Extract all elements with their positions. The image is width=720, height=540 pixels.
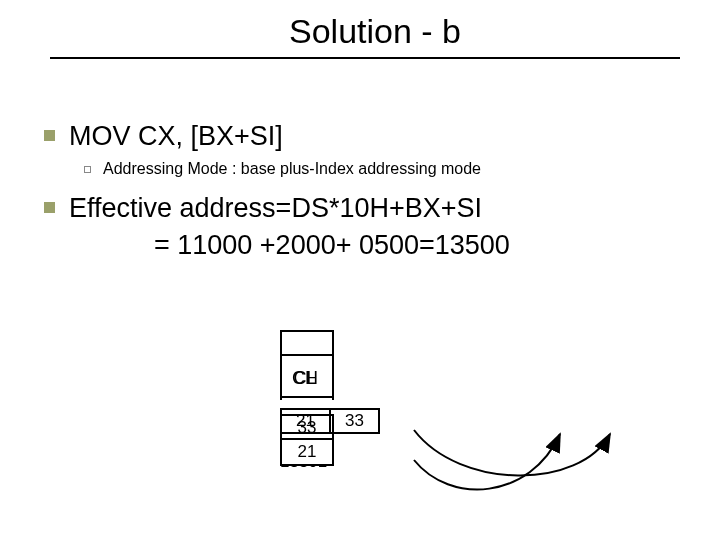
mem-cell xyxy=(282,330,332,356)
slide-body: MOV CX, [BX+SI] Addressing Mode : base p… xyxy=(44,120,690,261)
bullet-icon xyxy=(44,202,55,213)
cx-register: 21 33 xyxy=(280,408,380,434)
memory-upper-block xyxy=(280,330,334,400)
bullet-row-2: Effective address=DS*10H+BX+SI xyxy=(44,192,690,226)
sub-bullet-icon xyxy=(84,166,91,173)
slide-title-block: Solution - b xyxy=(50,12,700,59)
ch-value: 21 xyxy=(282,410,331,432)
instruction-text: MOV CX, [BX+SI] xyxy=(69,120,283,154)
effective-address-text: Effective address=DS*10H+BX+SI xyxy=(69,192,482,226)
title-underline xyxy=(50,57,680,59)
sub-bullet-row: Addressing Mode : base plus-Index addres… xyxy=(84,160,690,178)
memory-register-diagram: 134FD 134FE 134FF 13500 13501 33 21 CH C… xyxy=(280,330,700,530)
bullet-row-1: MOV CX, [BX+SI] xyxy=(44,120,690,154)
addressing-mode-text: Addressing Mode : base plus-Index addres… xyxy=(103,160,481,178)
bullet-icon xyxy=(44,130,55,141)
cl-value: 33 xyxy=(331,410,378,432)
cl-label: CL xyxy=(280,368,330,389)
slide-title: Solution - b xyxy=(50,12,700,57)
calculation-text: = 11000 +2000+ 0500=13500 xyxy=(154,230,690,261)
mem-cell: 21 xyxy=(282,440,332,466)
